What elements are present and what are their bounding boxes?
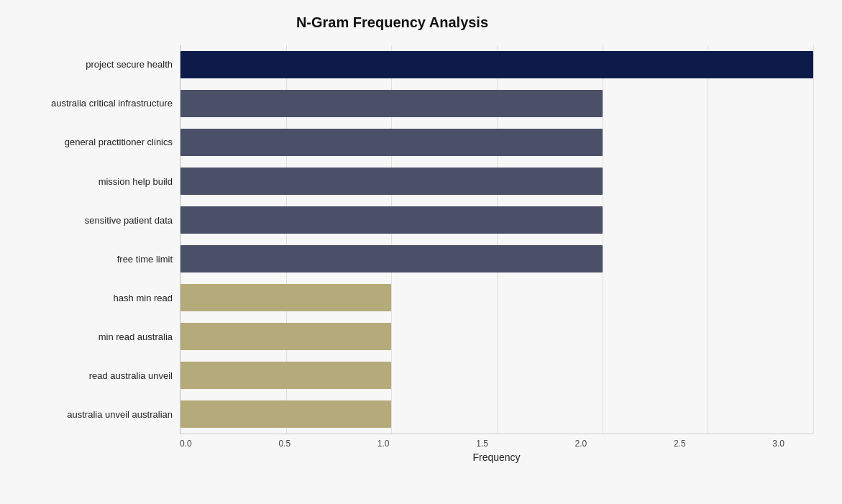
x-tick: 1.0 (377, 439, 390, 449)
bar-row (180, 87, 813, 120)
bar (180, 90, 603, 117)
x-tick: 2.0 (575, 439, 587, 449)
y-axis-label: australia critical infrastructure (14, 98, 173, 109)
x-tick: 0.0 (180, 439, 192, 449)
bar-row (180, 398, 813, 431)
y-axis-label: general practitioner clinics (14, 137, 173, 148)
chart-area: project secure healthaustralia critical … (14, 45, 813, 434)
y-axis-label: free time limit (14, 254, 173, 265)
bar (180, 245, 603, 272)
bars-area (180, 45, 813, 434)
bar (180, 323, 391, 350)
y-axis-label: min read australia (14, 331, 173, 343)
bar-row (180, 126, 813, 159)
y-axis-label: project secure health (14, 59, 173, 70)
bar-row (180, 48, 813, 81)
bar (180, 362, 391, 389)
y-axis-label: hash min read (14, 293, 173, 304)
bar-row (180, 242, 813, 275)
x-axis: 0.00.51.01.52.02.53.0 (14, 439, 813, 449)
y-axis-label: australia unveil australian (14, 409, 173, 421)
bar (180, 51, 813, 78)
bar-row (180, 359, 813, 392)
bar-row (180, 320, 813, 353)
bar (180, 168, 603, 195)
bar (180, 400, 391, 428)
x-tick: 0.5 (278, 439, 290, 449)
bar-row (180, 281, 813, 314)
bar-row (180, 165, 813, 198)
chart-title: N-Gram Frequency Analysis (14, 14, 813, 31)
x-tick: 1.5 (476, 439, 488, 449)
bar (180, 284, 391, 311)
bar (180, 206, 603, 234)
y-labels: project secure healthaustralia critical … (14, 45, 180, 434)
y-axis-label: mission help build (14, 176, 173, 188)
y-axis-label: sensitive patient data (14, 215, 173, 226)
bar (180, 129, 603, 156)
y-axis-label: read australia unveil (14, 370, 173, 382)
bar-row (180, 203, 813, 237)
x-tick: 3.0 (772, 439, 784, 449)
x-axis-label: Frequency (14, 452, 813, 463)
grid-line (813, 45, 814, 434)
x-tick: 2.5 (674, 439, 686, 449)
chart-container: N-Gram Frequency Analysis project secure… (0, 0, 842, 504)
